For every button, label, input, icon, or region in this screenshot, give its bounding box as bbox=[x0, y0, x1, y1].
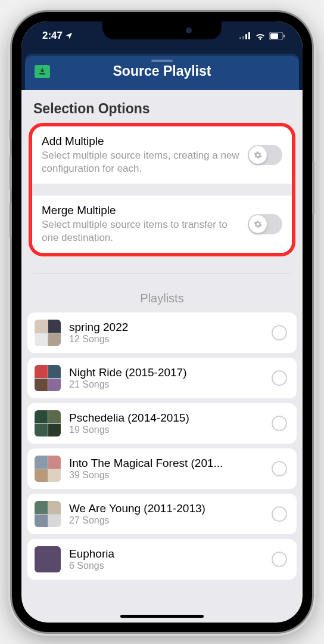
mute-switch[interactable] bbox=[10, 119, 12, 140]
sheet-grabber[interactable] bbox=[151, 60, 173, 62]
playlist-info: Into The Magical Forest (201...39 Songs bbox=[69, 457, 263, 481]
svg-rect-7 bbox=[39, 73, 45, 74]
section-title: Selection Options bbox=[27, 90, 297, 123]
home-indicator[interactable] bbox=[120, 615, 204, 618]
option-desc: Select multiple source items to transfer… bbox=[42, 218, 241, 244]
toggle-merge-multiple[interactable] bbox=[248, 214, 282, 234]
content: Selection Options Add Multiple Select mu… bbox=[21, 90, 303, 580]
playlist-radio[interactable] bbox=[272, 552, 287, 567]
playlist-info: Euphoria6 Songs bbox=[69, 547, 263, 571]
playlist-info: Night Ride (2015-2017)21 Songs bbox=[69, 366, 263, 390]
playlist-radio[interactable] bbox=[272, 416, 287, 431]
status-right bbox=[239, 32, 285, 40]
svg-rect-2 bbox=[245, 34, 247, 39]
playlist-item[interactable]: Euphoria6 Songs bbox=[27, 539, 297, 580]
playlist-count: 12 Songs bbox=[69, 334, 263, 345]
playlist-item[interactable]: Pschedelia (2014-2015)19 Songs bbox=[27, 403, 297, 444]
option-desc: Select multiple source items, creating a… bbox=[42, 149, 241, 175]
playlist-artwork bbox=[35, 410, 61, 436]
playlist-count: 6 Songs bbox=[69, 561, 263, 571]
playlist-info: We Are Young (2011-2013)27 Songs bbox=[69, 502, 263, 526]
notch bbox=[102, 21, 222, 39]
playlist-radio[interactable] bbox=[272, 506, 287, 522]
header-area: Source Playlist bbox=[21, 50, 303, 90]
playlist-count: 21 Songs bbox=[69, 379, 263, 390]
playlists-section-label: Playlists bbox=[33, 273, 291, 312]
selection-options-highlight: Add Multiple Select multiple source item… bbox=[29, 123, 295, 256]
option-text: Merge Multiple Select multiple source it… bbox=[42, 204, 241, 244]
playlist-item[interactable]: We Are Young (2011-2013)27 Songs bbox=[27, 494, 297, 534]
toggle-add-multiple[interactable] bbox=[248, 145, 282, 165]
volume-down-button[interactable] bbox=[10, 203, 12, 239]
toggle-knob bbox=[249, 146, 267, 164]
svg-rect-3 bbox=[248, 32, 250, 39]
option-title: Merge Multiple bbox=[42, 204, 241, 217]
phone-frame: 2:47 bbox=[12, 12, 312, 632]
option-merge-multiple: Merge Multiple Select multiple source it… bbox=[32, 196, 292, 253]
playlist-name: Into The Magical Forest (201... bbox=[69, 457, 263, 470]
signal-icon bbox=[239, 32, 251, 39]
gear-icon bbox=[254, 220, 262, 228]
svg-rect-6 bbox=[284, 35, 285, 38]
battery-icon bbox=[269, 32, 285, 40]
download-icon[interactable] bbox=[35, 65, 50, 78]
playlist-info: Pschedelia (2014-2015)19 Songs bbox=[69, 411, 263, 435]
playlist-list: spring 202212 SongsNight Ride (2015-2017… bbox=[27, 312, 297, 580]
playlist-info: spring 202212 Songs bbox=[69, 321, 263, 345]
svg-rect-1 bbox=[242, 36, 244, 39]
playlist-artwork bbox=[35, 320, 61, 346]
playlist-count: 27 Songs bbox=[69, 515, 263, 526]
playlist-item[interactable]: Night Ride (2015-2017)21 Songs bbox=[27, 358, 297, 398]
playlist-radio[interactable] bbox=[272, 370, 287, 386]
playlist-name: We Are Young (2011-2013) bbox=[69, 502, 263, 515]
location-arrow-icon bbox=[65, 32, 73, 40]
power-button[interactable] bbox=[312, 161, 314, 215]
svg-rect-0 bbox=[239, 37, 241, 39]
status-left: 2:47 bbox=[42, 30, 73, 42]
playlist-name: Night Ride (2015-2017) bbox=[69, 366, 263, 379]
playlist-artwork bbox=[35, 365, 61, 391]
status-time: 2:47 bbox=[42, 30, 63, 42]
playlist-artwork bbox=[35, 456, 61, 482]
page-title: Source Playlist bbox=[50, 63, 274, 79]
toggle-knob bbox=[249, 215, 267, 233]
phone-screen: 2:47 bbox=[21, 21, 303, 623]
spacer bbox=[32, 184, 292, 196]
playlist-count: 19 Songs bbox=[69, 425, 263, 435]
option-add-multiple: Add Multiple Select multiple source item… bbox=[32, 126, 292, 184]
playlist-item[interactable]: spring 202212 Songs bbox=[27, 312, 297, 353]
option-text: Add Multiple Select multiple source item… bbox=[42, 135, 241, 175]
header-sheet-back: Source Playlist bbox=[25, 54, 299, 90]
playlist-item[interactable]: Into The Magical Forest (201...39 Songs bbox=[27, 448, 297, 489]
gear-icon bbox=[254, 151, 262, 159]
playlist-name: Euphoria bbox=[69, 547, 263, 561]
playlist-name: Pschedelia (2014-2015) bbox=[69, 411, 263, 425]
volume-up-button[interactable] bbox=[10, 155, 12, 191]
playlist-radio[interactable] bbox=[272, 461, 287, 476]
playlist-radio[interactable] bbox=[272, 325, 287, 340]
playlist-count: 39 Songs bbox=[69, 470, 263, 481]
playlist-artwork bbox=[35, 546, 61, 572]
svg-rect-5 bbox=[270, 33, 278, 39]
playlist-artwork bbox=[35, 501, 61, 527]
playlist-name: spring 2022 bbox=[69, 321, 263, 334]
header: Source Playlist bbox=[25, 56, 299, 90]
wifi-icon bbox=[255, 32, 266, 40]
option-title: Add Multiple bbox=[42, 135, 241, 148]
